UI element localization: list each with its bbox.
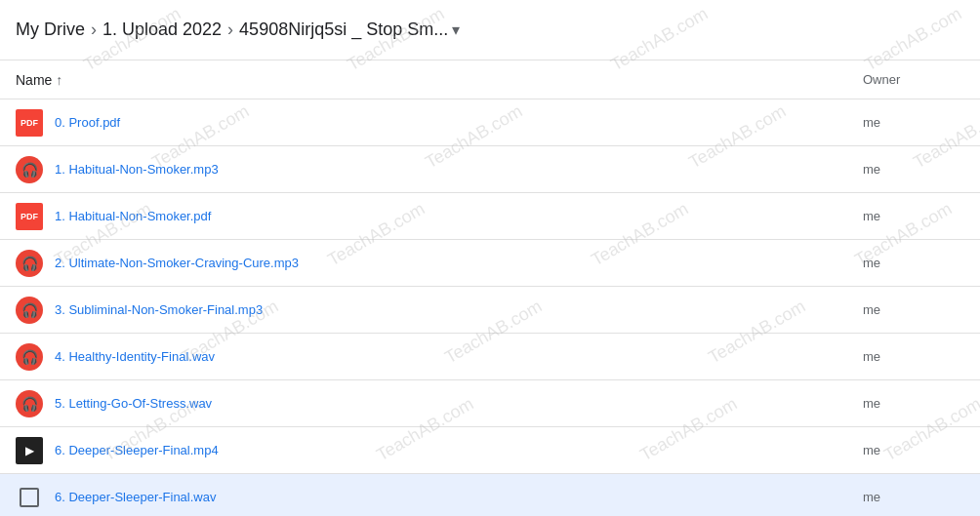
file-owner: me [847,162,964,177]
breadcrumb-dropdown-arrow[interactable]: ▾ [452,20,460,39]
file-owner: me [847,302,964,317]
checkbox-icon[interactable] [16,484,43,511]
breadcrumb-sep-1: › [91,20,97,40]
table-row[interactable]: 6. Deeper-Sleeper-Final.wav me [0,474,980,516]
file-name[interactable]: 4. Healthy-Identity-Final.wav [55,349,215,364]
name-column-header[interactable]: Name ↑ [16,72,847,88]
file-row-left: 🎧 3. Subliminal-Non-Smoker-Final.mp3 [16,297,847,324]
file-owner: me [847,443,964,457]
file-name[interactable]: 1. Habitual-Non-Smoker.pdf [55,209,211,223]
file-row-left: PDF 0. Proof.pdf [16,109,847,137]
file-owner: me [847,396,964,411]
table-row[interactable]: 🎧 2. Ultimate-Non-Smoker-Craving-Cure.mp… [0,240,980,287]
table-row[interactable]: 🎧 3. Subliminal-Non-Smoker-Final.mp3 me [0,287,980,334]
file-row-left: PDF 1. Habitual-Non-Smoker.pdf [16,203,847,230]
file-owner: me [847,209,964,223]
table-row[interactable]: 🎧 5. Letting-Go-Of-Stress.wav me [0,380,980,427]
sort-arrow: ↑ [56,72,62,88]
breadcrumb-header: My Drive › 1. Upload 2022 › 45908Nirjq5s… [0,0,980,60]
file-owner: me [847,490,964,504]
file-name[interactable]: 5. Letting-Go-Of-Stress.wav [55,396,212,411]
breadcrumb-root[interactable]: My Drive [16,20,85,40]
owner-column-header: Owner [847,72,964,87]
table-row[interactable]: PDF 1. Habitual-Non-Smoker.pdf me [0,193,980,240]
table-row[interactable]: 🎧 4. Healthy-Identity-Final.wav me [0,334,980,380]
file-name[interactable]: 1. Habitual-Non-Smoker.mp3 [55,162,219,177]
name-column-label: Name [16,72,52,88]
breadcrumb-current-label: 45908Nirjq5si _ Stop Sm... [239,20,448,40]
audio-icon: 🎧 [16,390,43,417]
pdf-icon: PDF [16,203,43,230]
file-row-left: 6. Deeper-Sleeper-Final.wav [16,484,847,511]
column-header-row: Name ↑ Owner [0,60,980,99]
file-row-left: 🎧 4. Healthy-Identity-Final.wav [16,343,847,371]
file-owner: me [847,349,964,364]
file-row-left: ▶ 6. Deeper-Sleeper-Final.mp4 [16,437,847,464]
file-name[interactable]: 2. Ultimate-Non-Smoker-Craving-Cure.mp3 [55,256,299,270]
file-name[interactable]: 3. Subliminal-Non-Smoker-Final.mp3 [55,302,263,317]
file-owner: me [847,115,964,130]
audio-icon: 🎧 [16,250,43,277]
table-row[interactable]: 🎧 1. Habitual-Non-Smoker.mp3 me [0,146,980,193]
file-name[interactable]: 6. Deeper-Sleeper-Final.mp4 [55,443,219,457]
file-owner: me [847,256,964,270]
file-row-left: 🎧 5. Letting-Go-Of-Stress.wav [16,390,847,417]
table-row[interactable]: PDF 0. Proof.pdf me [0,99,980,146]
video-icon: ▶ [16,437,43,464]
breadcrumb: My Drive › 1. Upload 2022 › 45908Nirjq5s… [16,20,460,40]
file-row-left: 🎧 2. Ultimate-Non-Smoker-Craving-Cure.mp… [16,250,847,277]
audio-icon: 🎧 [16,156,43,183]
breadcrumb-level1[interactable]: 1. Upload 2022 [102,20,222,40]
file-name[interactable]: 0. Proof.pdf [55,115,120,130]
table-row[interactable]: ▶ 6. Deeper-Sleeper-Final.mp4 me [0,427,980,474]
file-name[interactable]: 6. Deeper-Sleeper-Final.wav [55,490,216,504]
pdf-icon: PDF [16,109,43,137]
audio-icon: 🎧 [16,297,43,324]
file-row-left: 🎧 1. Habitual-Non-Smoker.mp3 [16,156,847,183]
file-list: PDF 0. Proof.pdf me 🎧 1. Habitual-Non-Sm… [0,99,980,516]
breadcrumb-sep-2: › [227,20,233,40]
audio-icon: 🎧 [16,343,43,371]
breadcrumb-current: 45908Nirjq5si _ Stop Sm... ▾ [239,20,460,40]
